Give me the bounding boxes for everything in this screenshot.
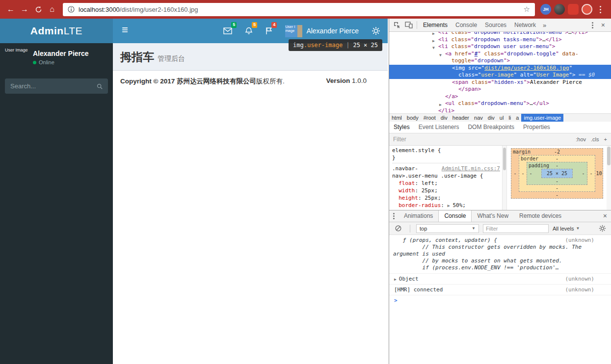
padding-top-value[interactable]: -	[556, 163, 558, 168]
drawer-tab-console[interactable]: Console	[438, 210, 472, 222]
log-levels-select[interactable]: All levels ▼	[553, 226, 580, 232]
bookmark-star-icon[interactable]: ☆	[524, 5, 530, 14]
breadcrumb-item[interactable]: div	[485, 114, 497, 122]
elements-tree-line[interactable]: </li>	[389, 107, 611, 114]
search-input[interactable]	[10, 82, 97, 90]
extension-jh-icon[interactable]: JH	[540, 4, 551, 15]
tasks-menu[interactable]: 4	[259, 19, 279, 43]
elements-tree-line[interactable]: </a>	[389, 93, 611, 101]
extension-red-icon[interactable]	[568, 4, 579, 15]
border-right-value[interactable]: -	[587, 171, 595, 176]
breadcrumb-item[interactable]: html	[389, 114, 404, 122]
style-line[interactable]: AdminLTE.min.css:7.navbar-	[392, 165, 500, 172]
console-settings-button[interactable]	[596, 223, 608, 234]
padding-bottom-value[interactable]: -	[527, 178, 587, 184]
style-line[interactable]: float: left;	[392, 180, 500, 187]
sidebar-tab-event-listeners[interactable]: Event Listeners	[414, 122, 464, 133]
margin-left-value[interactable]: -	[511, 171, 519, 176]
inspect-element-button[interactable]	[391, 19, 403, 31]
elements-tree-line[interactable]: class="user-image" alt="User Image"> == …	[389, 72, 611, 79]
sidebar-toggle-icon[interactable]: ≡	[122, 24, 128, 36]
device-toolbar-button[interactable]	[403, 19, 415, 31]
toggle-hover-state[interactable]: :hov	[576, 136, 586, 142]
elements-tree-line[interactable]: ▶<li class="dropdown tasks-menu">…</li>	[389, 36, 611, 44]
elements-tree-line[interactable]: ▶<li class="dropdown notifications-menu"…	[389, 32, 611, 36]
border-bottom-value[interactable]: -	[519, 185, 595, 191]
breadcrumb-item[interactable]: nav	[472, 114, 485, 122]
home-button[interactable]: ⌂	[45, 2, 59, 16]
drawer-close-button[interactable]: ×	[599, 210, 611, 222]
breadcrumb-item[interactable]: header	[450, 114, 472, 122]
padding-left-value[interactable]: -	[527, 171, 534, 176]
style-line[interactable]: nav>.user-menu .user-image {	[392, 172, 500, 180]
breadcrumb-item[interactable]: body	[404, 114, 421, 122]
drawer-tab-animations[interactable]: Animations	[398, 210, 438, 222]
elements-tree-line[interactable]: ▶<ul class="dropdown-menu">…</ul>	[389, 100, 611, 107]
margin-bottom-value[interactable]: -	[511, 192, 603, 198]
elements-tree-line[interactable]: ▼<li class="dropdown user user-menu">	[389, 43, 611, 51]
devtools-menu-icon[interactable]	[592, 25, 593, 26]
new-style-rule-button[interactable]: +	[604, 136, 607, 142]
sidebar-tab-properties[interactable]: Properties	[519, 122, 555, 133]
devtools-close-button[interactable]: ×	[597, 21, 609, 29]
css-source-link[interactable]: AdminLTE.min.css:7	[442, 165, 500, 172]
elements-tree-line[interactable]: toggle="dropdown">	[389, 57, 611, 65]
devtools-tab-elements[interactable]: Elements	[419, 19, 452, 31]
drawer-menu-icon[interactable]	[393, 215, 395, 217]
extension-sphere-icon[interactable]	[554, 4, 565, 15]
notifications-menu[interactable]: 5	[239, 19, 259, 43]
execution-context-select[interactable]: top ▼	[416, 224, 479, 233]
reload-button[interactable]	[31, 2, 45, 16]
content-size-value[interactable]: 25 × 25	[541, 169, 573, 178]
margin-top-value[interactable]: -2	[554, 149, 560, 155]
sidebar-user-status[interactable]: Online	[33, 59, 89, 65]
devtools-tab-network[interactable]: Network	[510, 19, 540, 31]
breadcrumb-item[interactable]: img.user-image	[521, 114, 563, 122]
forward-button[interactable]: →	[18, 2, 31, 16]
extension-badge-icon[interactable]	[582, 4, 592, 15]
style-line[interactable]: height: 25px;	[392, 194, 500, 202]
elements-tree-line[interactable]: <img src="dist/img/user2-160x160.jpg"	[389, 65, 611, 72]
breadcrumb-item[interactable]: div	[438, 114, 450, 122]
scrollbar-thumb[interactable]	[607, 147, 611, 165]
console-prompt-chevron[interactable]: >	[394, 297, 398, 304]
style-line[interactable]: border-radius: ▶ 50%;	[392, 202, 500, 209]
search-icon[interactable]	[97, 83, 103, 90]
style-line[interactable]: element.style {	[392, 147, 500, 154]
sidebar-scrollbar[interactable]	[607, 146, 611, 210]
drawer-tab-what-s-new[interactable]: What's New	[472, 210, 514, 222]
toggle-element-classes[interactable]: .cls	[591, 136, 599, 142]
brand-logo[interactable]: AdminLTE	[0, 19, 113, 43]
border-top-value[interactable]: -	[556, 156, 558, 161]
margin-right-value[interactable]: 10	[595, 171, 603, 176]
expand-arrow-icon[interactable]: ▶	[394, 277, 397, 282]
styles-scrollbar[interactable]	[502, 146, 507, 210]
clear-console-button[interactable]	[392, 223, 404, 234]
scrollbar-thumb[interactable]	[503, 148, 506, 170]
breadcrumb-item[interactable]: a	[513, 114, 521, 122]
devtools-tab-sources[interactable]: Sources	[481, 19, 510, 31]
drawer-tab-remote-devices[interactable]: Remote devices	[514, 210, 567, 222]
more-tabs-chevron[interactable]: »	[540, 22, 549, 29]
elements-tree-line[interactable]: <span class="hidden-xs">Alexander Pierce	[389, 79, 611, 86]
console-filter-input[interactable]	[483, 224, 549, 233]
devtools-tab-console[interactable]: Console	[452, 19, 481, 31]
elements-tree-line[interactable]: ▼<a href="#" class="dropdown-toggle" dat…	[389, 51, 611, 58]
url-text[interactable]: localhost:3000/dist/img/user2-160x160.jp…	[79, 6, 198, 13]
sidebar-tab-dom-breakpoints[interactable]: DOM Breakpoints	[463, 122, 519, 133]
page-info-icon[interactable]	[68, 6, 75, 13]
address-bar[interactable]: localhost:3000/dist/img/user2-160x160.jp…	[63, 3, 535, 16]
breadcrumb-item[interactable]: ul	[497, 114, 506, 122]
sidebar-tab-styles[interactable]: Styles	[389, 122, 414, 133]
padding-right-value[interactable]: -	[580, 171, 587, 176]
border-left-value[interactable]: -	[519, 171, 527, 176]
style-line[interactable]: }	[392, 154, 500, 161]
console-entry-object[interactable]: ▶Object(unknown)	[389, 274, 611, 285]
back-button[interactable]: ←	[4, 2, 18, 16]
style-line[interactable]: width: 25px;	[392, 187, 500, 194]
breadcrumb-item[interactable]: li	[506, 114, 513, 122]
messages-menu[interactable]: 5	[217, 19, 239, 43]
elements-tree-line[interactable]: </span>	[389, 86, 611, 93]
styles-filter-input[interactable]	[393, 136, 571, 143]
breadcrumb-item[interactable]: #root	[421, 114, 438, 122]
